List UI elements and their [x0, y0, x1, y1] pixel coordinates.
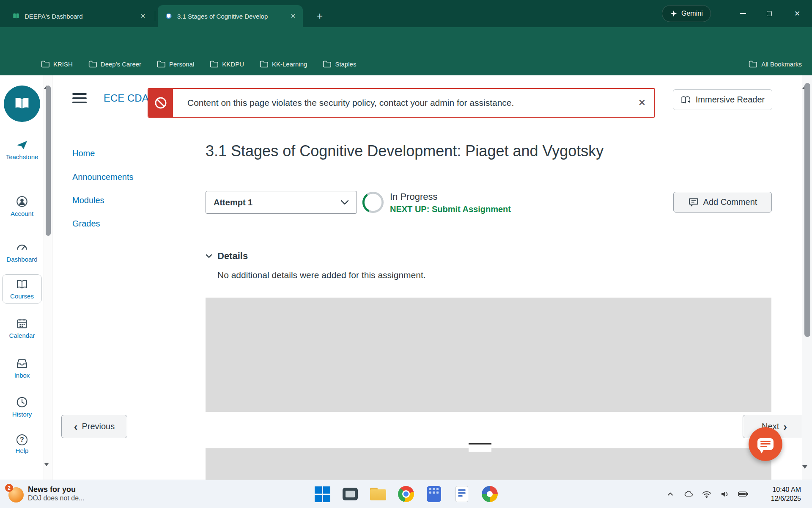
add-comment-button[interactable]: Add Comment [673, 192, 772, 213]
help-icon: ? [16, 434, 27, 445]
tab-title: 3.1 Stages of Cognitive Develop [177, 13, 284, 20]
chrome-icon[interactable] [398, 486, 414, 502]
window-minimize-button[interactable] [730, 0, 756, 27]
gemini-label: Gemini [681, 10, 703, 17]
news-widget[interactable]: 2 News for you DOJ does not de... [6, 485, 84, 502]
sidebar-item-label: Account [0, 210, 44, 217]
bookmark-folder[interactable]: KRISH [41, 60, 73, 69]
volume-icon[interactable] [719, 489, 730, 500]
comment-icon [688, 197, 699, 208]
document-app-icon[interactable] [453, 486, 470, 502]
folder-icon [41, 60, 49, 69]
window-maximize-button[interactable] [756, 0, 782, 27]
folder-icon [259, 60, 268, 69]
sidebar-item-history[interactable]: History [0, 395, 44, 418]
alert-blocked-icon [148, 89, 173, 117]
file-explorer-icon[interactable] [370, 486, 387, 502]
weather-news-icon: 2 [6, 485, 24, 502]
taskbar-clock[interactable]: 10:40 AM 12/6/2025 [771, 485, 801, 503]
sidebar-item-teachstone[interactable]: Teachstone [0, 138, 44, 160]
sidebar-item-account[interactable]: Account [0, 195, 44, 217]
bookmark-label: Staples [335, 61, 356, 68]
tab-dashboard[interactable]: DEEPA's Dashboard ✕ [5, 5, 153, 27]
scroll-down-arrow[interactable] [802, 469, 812, 476]
tab-assignment[interactable]: 3.1 Stages of Cognitive Develop ✕ [158, 5, 303, 27]
previous-button[interactable]: ‹ Previous [61, 415, 127, 438]
hidden-icons-chevron-icon[interactable] [665, 489, 676, 500]
tab-title: DEEPA's Dashboard [25, 13, 134, 20]
app-window-icon[interactable] [342, 486, 359, 502]
assignment-title: 3.1 Stages of Cognitive Development: Pia… [206, 141, 604, 161]
folder-icon [748, 60, 757, 69]
chat-fab-button[interactable] [749, 427, 782, 461]
tab-divider [155, 11, 155, 21]
sidebar-item-dashboard[interactable]: Dashboard [0, 240, 44, 263]
bookmark-folder[interactable]: Deep's Career [88, 60, 141, 69]
browser-titlebar: DEEPA's Dashboard ✕ 3.1 Stages of Cognit… [0, 0, 812, 27]
start-menu-icon[interactable] [314, 486, 331, 502]
calculator-icon[interactable] [425, 486, 442, 502]
scroll-down-arrow[interactable] [44, 466, 52, 474]
course-nav-home[interactable]: Home [72, 149, 95, 158]
photos-app-icon[interactable] [481, 486, 498, 502]
details-label: Details [217, 251, 248, 262]
sidebar-item-inbox[interactable]: Inbox [0, 356, 44, 379]
attempt-value: Attempt 1 [214, 198, 252, 207]
bookmark-folder[interactable]: KKDPU [209, 60, 244, 69]
chevron-right-icon: › [783, 422, 787, 431]
browser-toolbar: teachstone.instructure.com/courses/784/a… [0, 27, 812, 53]
scroll-up-arrow[interactable] [44, 75, 52, 86]
chevron-down-icon [340, 200, 349, 205]
folder-icon [322, 60, 331, 69]
screen: DEEPA's Dashboard ✕ 3.1 Stages of Cognit… [0, 0, 812, 508]
bookmark-label: Personal [169, 61, 194, 68]
folder-icon [209, 60, 218, 69]
window-close-button[interactable]: ✕ [782, 0, 812, 27]
details-toggle[interactable]: Details [206, 251, 248, 262]
tab-favicon-canvas-icon [165, 12, 173, 20]
page-scrollbar-thumb[interactable] [804, 83, 810, 337]
bookmark-folder[interactable]: Personal [156, 60, 194, 69]
all-bookmarks-label: All Bookmarks [761, 61, 802, 68]
inner-scrollbar-thumb[interactable] [46, 86, 51, 236]
inbox-tray-icon [0, 356, 44, 370]
sidebar-item-help[interactable]: ? Help [0, 434, 44, 454]
tab-close-icon[interactable]: ✕ [288, 11, 298, 21]
course-nav-modules[interactable]: Modules [72, 196, 104, 205]
immersive-reader-button[interactable]: Immersive Reader [673, 89, 772, 110]
gemini-button[interactable]: Gemini [662, 5, 711, 22]
windows-taskbar: 2 News for you DOJ does not de... [0, 480, 812, 508]
status-text: In Progress [390, 191, 438, 202]
attempt-select[interactable]: Attempt 1 [206, 191, 357, 214]
course-nav-announcements[interactable]: Announcements [72, 172, 134, 182]
bookmark-label: KK-Learning [272, 61, 307, 68]
immersive-reader-icon [680, 94, 691, 105]
battery-icon[interactable] [738, 489, 749, 500]
caret-down-icon [206, 254, 212, 258]
bookmark-folder[interactable]: Staples [322, 60, 356, 69]
sidebar-item-calendar[interactable]: Calendar [0, 317, 44, 339]
account-icon [0, 195, 44, 208]
progress-ring-icon [361, 190, 385, 214]
sidebar-item-label: Teachstone [5, 153, 39, 160]
cloud-icon[interactable] [683, 489, 694, 500]
new-tab-button[interactable]: + [313, 9, 326, 23]
alert-close-icon[interactable]: ✕ [630, 89, 654, 117]
all-bookmarks-button[interactable]: All Bookmarks [748, 53, 802, 75]
inner-scrollbar [44, 75, 52, 480]
wifi-icon[interactable] [701, 489, 712, 500]
sidebar-item-label: Courses [3, 293, 41, 300]
tab-close-icon[interactable]: ✕ [138, 11, 148, 21]
course-nav-hamburger-icon[interactable] [72, 93, 87, 103]
clock-time: 10:40 AM [771, 485, 801, 494]
document-preview-placeholder [206, 298, 771, 412]
sidebar-item-courses[interactable]: Courses [2, 274, 42, 304]
bookmark-label: Deep's Career [101, 61, 141, 68]
bookmark-folder[interactable]: KK-Learning [259, 60, 307, 69]
chevron-left-icon: ‹ [74, 422, 78, 431]
course-code-link[interactable]: ECE CDA [104, 92, 149, 104]
course-nav-grades[interactable]: Grades [72, 219, 100, 229]
canvas-logo[interactable] [4, 86, 40, 122]
security-alert-banner: Content on this page violates the securi… [148, 88, 655, 118]
document-preview-placeholder [206, 448, 771, 480]
